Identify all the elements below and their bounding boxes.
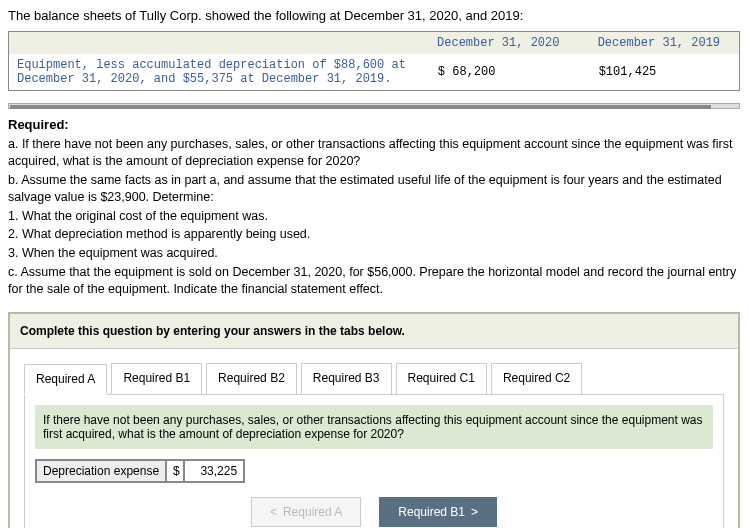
currency-symbol: $ (167, 459, 185, 483)
chevron-right-icon: > (471, 505, 478, 519)
val-2020: $ 68,200 (418, 54, 579, 91)
answer-panel: Complete this question by entering your … (8, 312, 740, 528)
prev-button[interactable]: < Required A (251, 497, 361, 527)
tab-prompt: If there have not been any purchases, sa… (35, 405, 713, 449)
req-a: a. If there have not been any purchases,… (8, 136, 740, 170)
req-b-lead: b. Assume the same facts as in part a, a… (8, 172, 740, 206)
col-header-2019: December 31, 2019 (579, 32, 740, 55)
depreciation-expense-input[interactable]: 33,225 (185, 459, 245, 483)
answer-row: Depreciation expense $ 33,225 (35, 459, 713, 483)
answer-label: Depreciation expense (35, 459, 167, 483)
row-label-empty (9, 32, 418, 55)
tab-content-a: If there have not been any purchases, sa… (24, 394, 724, 528)
tab-required-b3[interactable]: Required B3 (301, 363, 392, 394)
req-b1: 1. What the original cost of the equipme… (8, 208, 740, 225)
requirements-list: a. If there have not been any purchases,… (8, 136, 740, 298)
prev-label: Required A (283, 505, 342, 519)
answer-hint: Complete this question by entering your … (10, 314, 738, 349)
col-header-2020: December 31, 2020 (418, 32, 579, 55)
intro-text: The balance sheets of Tully Corp. showed… (8, 8, 740, 23)
balance-sheet-table: December 31, 2020 December 31, 2019 Equi… (8, 31, 740, 91)
required-heading: Required: (8, 117, 740, 132)
req-b3: 3. When the equipment was acquired. (8, 245, 740, 262)
tab-required-b1[interactable]: Required B1 (111, 363, 202, 394)
tab-strip: Required A Required B1 Required B2 Requi… (24, 363, 724, 394)
val-2019: $101,425 (579, 54, 740, 91)
horizontal-scrollbar[interactable] (8, 103, 740, 109)
req-c: c. Assume that the equipment is sold on … (8, 264, 740, 298)
next-button[interactable]: Required B1 > (379, 497, 497, 527)
tab-required-c2[interactable]: Required C2 (491, 363, 582, 394)
nav-row: < Required A Required B1 > (35, 497, 713, 527)
req-b2: 2. What depreciation method is apparentl… (8, 226, 740, 243)
chevron-left-icon: < (270, 505, 277, 519)
tab-required-a[interactable]: Required A (24, 364, 107, 395)
next-label: Required B1 (398, 505, 465, 519)
tab-required-c1[interactable]: Required C1 (396, 363, 487, 394)
row-label: Equipment, less accumulated depreciation… (9, 54, 418, 91)
tab-required-b2[interactable]: Required B2 (206, 363, 297, 394)
